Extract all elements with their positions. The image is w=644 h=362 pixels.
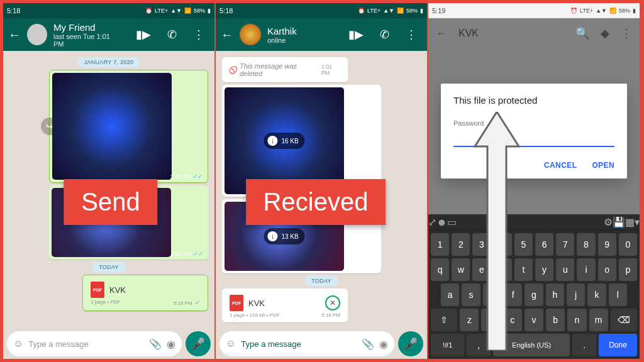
download-icon: ↓: [267, 231, 277, 241]
status-bar: 5:18 ⏰LTE+▲▼📶58%▮: [3, 3, 214, 18]
phone-2-received: 5:18 ⏰LTE+▲▼📶58%▮ ← Karthik online ▮▶ ✆ …: [216, 3, 428, 359]
block-icon: 🚫: [228, 66, 237, 74]
sent-image-bubble[interactable]: ↪ 1:33 PM✓✓: [49, 70, 208, 183]
file-time: 5:18 PM ✓: [174, 299, 200, 306]
dialog-title: This file is protected: [453, 95, 614, 106]
open-button[interactable]: OPEN: [592, 161, 614, 170]
key[interactable]: g: [525, 283, 543, 306]
kb-expand-icon[interactable]: ⤢: [428, 216, 436, 228]
camera-icon[interactable]: ◉: [379, 338, 388, 350]
status-bar: 5:18 ⏰LTE+▲▼📶58%▮: [216, 3, 427, 18]
done-key[interactable]: Done: [599, 334, 637, 356]
key[interactable]: i: [577, 258, 595, 281]
key[interactable]: 7: [556, 233, 574, 256]
message-time: 1:33 PM✓✓: [170, 173, 203, 180]
kb-layout-icon[interactable]: ▦: [625, 216, 635, 228]
image-thumbnail[interactable]: ↓16 KB: [225, 87, 344, 194]
cancel-download-icon[interactable]: ✕: [325, 295, 340, 310]
more-icon[interactable]: ⋮: [406, 28, 417, 41]
message-input[interactable]: ☺ Type a message 📎 ◉: [7, 331, 182, 356]
period-key[interactable]: .: [572, 334, 596, 356]
soft-keyboard: ⤢ ☻ ▭ ⚙ 💾 ▦ ▾ 1 2 3 4 5 6 7 8: [428, 214, 640, 359]
input-placeholder: Type a message: [241, 339, 357, 349]
key[interactable]: u: [556, 258, 574, 281]
phone-1-send: 5:18 ⏰LTE+▲▼📶58%▮ ← My Friend last seen …: [3, 3, 216, 359]
key[interactable]: 0: [619, 233, 637, 256]
download-pill[interactable]: ↓16 KB: [264, 133, 304, 149]
key[interactable]: 9: [598, 233, 616, 256]
key[interactable]: n: [567, 309, 586, 331]
voice-call-icon[interactable]: ✆: [167, 28, 177, 41]
sent-file-bubble[interactable]: PDF KVK 1 page • PDF 5:18 PM ✓: [82, 275, 208, 311]
input-bar: ☺ Type a message 📎 ◉ 🎤: [216, 329, 427, 359]
recv-file-bubble[interactable]: PDF KVK ✕ 1 page • 118 kB • PDF 5:18 PM: [222, 288, 348, 322]
kb-row-1: 1 2 3 4 5 6 7 8 9 0: [431, 233, 637, 256]
kb-settings-icon[interactable]: ⚙: [604, 216, 613, 228]
key[interactable]: h: [546, 283, 564, 306]
download-icon: ↓: [267, 136, 277, 146]
cancel-button[interactable]: CANCEL: [544, 161, 577, 170]
key[interactable]: k: [587, 283, 606, 306]
kb-row-2: q w e r t y u i o p: [431, 258, 637, 281]
key[interactable]: a: [441, 283, 459, 306]
file-name: KVK: [109, 285, 126, 295]
attach-icon[interactable]: 📎: [362, 338, 374, 350]
search-in-pdf-icon[interactable]: 🔍: [575, 26, 589, 40]
back-icon[interactable]: ←: [436, 27, 447, 40]
shift-key[interactable]: ⇧: [431, 309, 457, 331]
key[interactable]: p: [619, 258, 637, 281]
key[interactable]: 1: [431, 233, 449, 256]
video-call-icon[interactable]: ▮▶: [136, 28, 151, 41]
key[interactable]: o: [598, 258, 616, 281]
kb-clipboard-icon[interactable]: 💾: [613, 216, 625, 228]
voice-call-icon[interactable]: ✆: [380, 28, 389, 41]
more-icon[interactable]: ⋮: [193, 28, 204, 41]
key[interactable]: v: [525, 309, 543, 331]
key[interactable]: q: [431, 258, 449, 281]
contact-block[interactable]: Karthik online: [267, 26, 297, 44]
download-pill[interactable]: ↓13 KB: [264, 228, 304, 244]
back-icon[interactable]: ←: [8, 28, 21, 42]
key[interactable]: 8: [577, 233, 595, 256]
back-icon[interactable]: ←: [221, 28, 233, 42]
key[interactable]: 2: [452, 233, 470, 256]
image-thumbnail[interactable]: [52, 73, 172, 180]
mic-button[interactable]: 🎤: [398, 331, 423, 356]
message-input[interactable]: ☺ Type a message 📎 ◉: [219, 331, 394, 356]
avatar[interactable]: [240, 24, 261, 45]
chat-header: ← Karthik online ▮▶ ✆ ⋮: [216, 18, 427, 51]
kb-collapse-icon[interactable]: ▾: [635, 216, 640, 228]
key[interactable]: m: [589, 309, 608, 331]
key[interactable]: b: [546, 309, 565, 331]
deleted-message: 🚫This message was deleted1:01 PM: [222, 57, 348, 82]
drive-icon[interactable]: ◆: [601, 26, 609, 40]
kb-gif-icon[interactable]: ▭: [447, 216, 457, 228]
emoji-icon[interactable]: ☺: [226, 338, 236, 349]
key[interactable]: w: [452, 258, 470, 281]
kb-emoji-icon[interactable]: ☻: [436, 217, 447, 228]
status-icons: ⏰LTE+▲▼📶58%▮: [145, 8, 211, 14]
password-dialog: This file is protected Password CANCEL O…: [441, 84, 627, 178]
status-bar: 5:19 ⏰LTE+▲▼📶58%▮: [428, 3, 640, 18]
emoji-icon[interactable]: ☺: [13, 338, 23, 349]
backspace-key[interactable]: ⌫: [611, 309, 637, 331]
more-icon[interactable]: ⋮: [621, 26, 632, 40]
key[interactable]: j: [567, 283, 585, 306]
key[interactable]: l: [609, 283, 627, 306]
avatar[interactable]: [27, 24, 47, 45]
key[interactable]: 6: [535, 233, 553, 256]
status-icons: ⏰LTE+▲▼📶58%▮: [570, 8, 636, 14]
symbols-key[interactable]: !#1: [431, 334, 464, 356]
key[interactable]: y: [535, 258, 553, 281]
file-meta: 1 page • 118 kB • PDF: [230, 312, 280, 318]
file-name: KVK: [248, 299, 265, 308]
camera-icon[interactable]: ◉: [167, 338, 175, 350]
kb-row-3: a s d f g h j k l: [431, 283, 637, 306]
attach-icon[interactable]: 📎: [149, 338, 162, 350]
video-call-icon[interactable]: ▮▶: [348, 28, 364, 41]
mic-button[interactable]: 🎤: [186, 331, 211, 356]
status-icons: ⏰LTE+▲▼📶58%▮: [358, 8, 423, 14]
contact-name: My Friend: [53, 22, 118, 33]
contact-block[interactable]: My Friend last seen Tue 1:01 PM: [53, 22, 118, 48]
svg-marker-0: [475, 112, 519, 351]
